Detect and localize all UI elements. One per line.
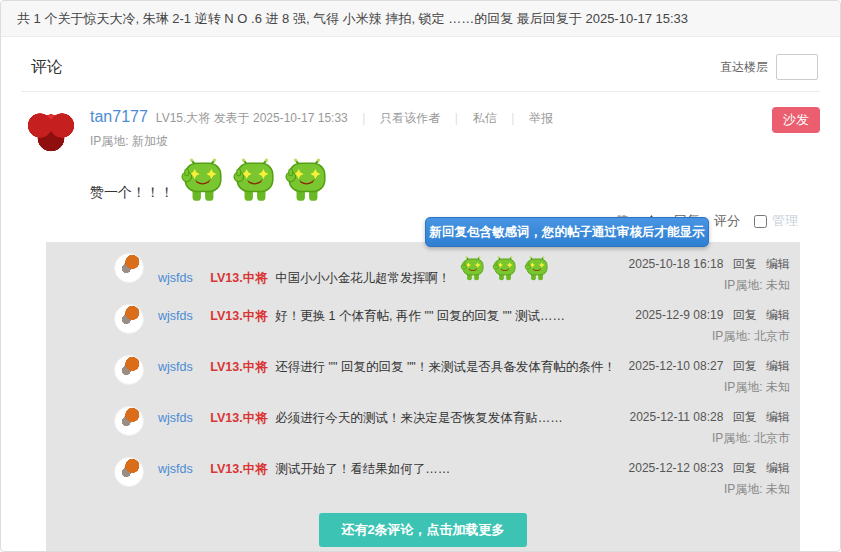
thread-summary-text: 共 1 个关于惊天大冷, 朱琳 2-1 逆转 N O .6 进 8 强, 气得 … (17, 11, 688, 26)
manage-checkbox[interactable] (754, 215, 767, 228)
moderation-tooltip: 新回复包含敏感词，您的帖子通过审核后才能显示 (425, 217, 709, 247)
comment-author-info: tan7177 LV15.大将 发表于 2025-10-17 15:33 ｜ 只… (90, 106, 553, 154)
reply-row: wjsfds LV13.中将 还得进行 "" 回复的回复 ""！来测试是否具备发… (46, 348, 800, 399)
edit-button[interactable]: 编辑 (766, 461, 790, 475)
reply-text: 必须进行今天的测试！来决定是否恢复发体育贴…… (275, 411, 563, 425)
reply-meta: 2025-12-9 08:19 回复 编辑 IP属地: 北京市 (635, 304, 790, 345)
main-comment: tan7177 LV15.大将 发表于 2025-10-17 15:33 ｜ 只… (1, 92, 840, 552)
reply-text: 测试开始了！看结果如何了…… (275, 462, 450, 476)
username-link[interactable]: wjsfds (158, 271, 193, 285)
reply-text: 中国小小小金花儿超常发挥啊！ (275, 271, 450, 285)
avatar[interactable] (114, 253, 144, 283)
user-level: LV13.中将 (210, 309, 267, 323)
avatar[interactable] (114, 457, 144, 487)
user-level: LV13.中将 (210, 360, 267, 374)
username-link[interactable]: wjsfds (158, 411, 193, 425)
username-link[interactable]: tan7177 (90, 108, 148, 126)
reply-meta: 2025-12-10 08:27 回复 编辑 IP属地: 未知 (629, 355, 790, 396)
reply-date: 2025-12-11 08:28 (629, 410, 723, 424)
comments-title: 评论 (31, 57, 63, 78)
reply-row: wjsfds LV13.中将 必须进行今天的测试！来决定是否恢复发体育贴…… 2… (46, 399, 800, 450)
reply-body: wjsfds LV13.中将 中国小小小金花儿超常发挥啊！ (158, 253, 628, 294)
avatar[interactable] (114, 304, 144, 334)
reply-date: 2025-12-12 08:23 (629, 461, 724, 475)
green-thumbsup-emoji (524, 256, 550, 282)
reply-row: wjsfds LV13.中将 测试开始了！看结果如何了…… 2025-12-12… (46, 450, 800, 501)
load-more-button[interactable]: 还有2条评论，点击加载更多 (319, 513, 526, 547)
reply-body: wjsfds LV13.中将 必须进行今天的测试！来决定是否恢复发体育贴…… (158, 406, 628, 447)
username-link[interactable]: wjsfds (158, 360, 193, 374)
green-thumbsup-emoji (180, 158, 226, 204)
rate-button[interactable]: 评分 (714, 212, 740, 230)
reply-body: wjsfds LV13.中将 还得进行 "" 回复的回复 ""！来测试是否具备发… (158, 355, 628, 396)
reply-list: wjsfds LV13.中将 中国小小小金花儿超常发挥啊！ 2025-10-18… (46, 246, 800, 501)
comments-header: 评论 直达楼层 (1, 37, 840, 91)
jump-to-floor-label: 直达楼层 (720, 59, 768, 76)
green-thumbsup-emoji (284, 158, 330, 204)
user-level: LV15.大将 (156, 111, 210, 125)
reply-date: 2025-12-9 08:19 (635, 308, 723, 322)
username-link[interactable]: wjsfds (158, 309, 193, 323)
separator: ｜ (358, 111, 370, 125)
jump-to-floor-input[interactable] (776, 54, 818, 80)
user-level: LV13.中将 (210, 411, 267, 425)
reply-row: wjsfds LV13.中将 好！更换 1 个体育帖, 再作 "" 回复的回复 … (46, 297, 800, 348)
avatar[interactable] (114, 355, 144, 385)
reply-button[interactable]: 回复 (733, 257, 757, 271)
comment-content: 赞一个！！！ (90, 184, 174, 202)
private-message-link[interactable]: 私信 (473, 111, 497, 125)
edit-button[interactable]: 编辑 (766, 359, 790, 373)
green-thumbsup-emoji (492, 256, 518, 282)
reply-button[interactable]: 回复 (733, 308, 757, 322)
reply-date: 2025-12-10 08:27 (629, 359, 724, 373)
reply-body: wjsfds LV13.中将 好！更换 1 个体育帖, 再作 "" 回复的回复 … (158, 304, 628, 345)
ip-location: IP属地: 北京市 (635, 328, 790, 345)
ip-location: IP属地: 新加坡 (90, 133, 553, 150)
separator: ｜ (507, 111, 519, 125)
ip-location: IP属地: 未知 (629, 277, 790, 294)
reply-text: 还得进行 "" 回复的回复 ""！来测试是否具备发体育帖的条件！ (275, 360, 616, 374)
forum-comment-page: 共 1 个关于惊天大冷, 朱琳 2-1 逆转 N O .6 进 8 强, 气得 … (0, 0, 841, 552)
thread-summary-bar: 共 1 个关于惊天大冷, 朱琳 2-1 逆转 N O .6 进 8 强, 气得 … (1, 1, 840, 37)
avatar[interactable] (26, 108, 76, 154)
user-level: LV13.中将 (210, 462, 267, 476)
ip-location: IP属地: 北京市 (629, 430, 790, 447)
floor-badge: 沙发 (772, 107, 820, 133)
view-author-only-link[interactable]: 只看该作者 (380, 111, 440, 125)
reply-meta: 2025-10-18 16:18 回复 编辑 IP属地: 未知 (629, 253, 790, 294)
reply-button[interactable]: 回复 (733, 461, 757, 475)
reply-row: wjsfds LV13.中将 中国小小小金花儿超常发挥啊！ 2025-10-18… (46, 246, 800, 297)
avatar[interactable] (114, 406, 144, 436)
edit-button[interactable]: 编辑 (766, 257, 790, 271)
user-level: LV13.中将 (210, 271, 267, 285)
username-link[interactable]: wjsfds (158, 462, 193, 476)
green-thumbsup-emoji (232, 158, 278, 204)
green-thumbsup-emoji (460, 256, 486, 282)
reply-button[interactable]: 回复 (733, 359, 757, 373)
ip-location: IP属地: 未知 (629, 481, 790, 498)
ip-location: IP属地: 未知 (629, 379, 790, 396)
reply-text: 好！更换 1 个体育帖, 再作 "" 回复的回复 "" 测试…… (275, 309, 565, 323)
reply-meta: 2025-12-12 08:23 回复 编辑 IP属地: 未知 (629, 457, 790, 498)
reply-panel: wjsfds LV13.中将 中国小小小金花儿超常发挥啊！ 2025-10-18… (46, 242, 800, 552)
main-emoji-row (174, 158, 330, 208)
manage-label: 管理 (772, 212, 798, 230)
edit-button[interactable]: 编辑 (766, 308, 790, 322)
report-link[interactable]: 举报 (529, 111, 553, 125)
edit-button[interactable]: 编辑 (766, 410, 790, 424)
reply-emoji-row (454, 271, 550, 285)
reply-date: 2025-10-18 16:18 (629, 257, 724, 271)
post-time: 发表于 2025-10-17 15:33 (214, 111, 348, 125)
jump-to-floor: 直达楼层 (720, 54, 818, 80)
separator: ｜ (451, 111, 463, 125)
reply-body: wjsfds LV13.中将 测试开始了！看结果如何了…… (158, 457, 628, 498)
reply-button[interactable]: 回复 (733, 410, 757, 424)
reply-meta: 2025-12-11 08:28 回复 编辑 IP属地: 北京市 (629, 406, 790, 447)
